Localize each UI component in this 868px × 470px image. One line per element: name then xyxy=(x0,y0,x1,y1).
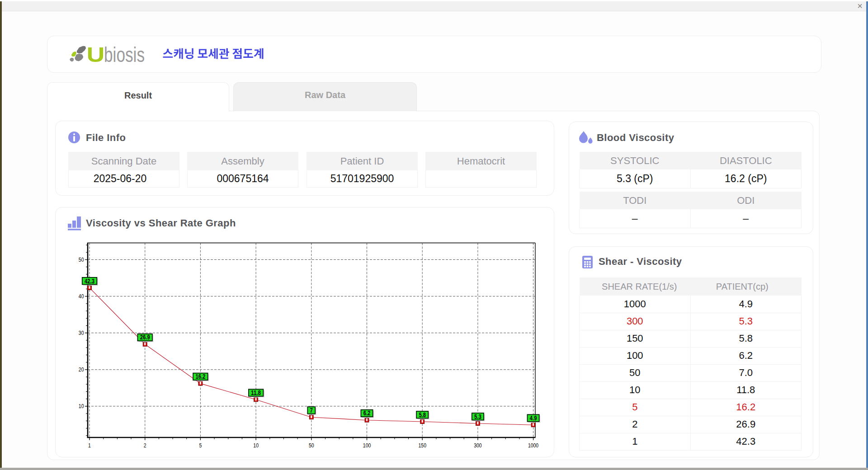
svg-text:20: 20 xyxy=(79,367,84,373)
svg-text:40: 40 xyxy=(79,293,84,300)
svg-text:16.2: 16.2 xyxy=(195,373,205,380)
svg-text:150: 150 xyxy=(419,442,427,449)
svg-text:50: 50 xyxy=(79,257,84,263)
svg-text:11.8: 11.8 xyxy=(251,389,261,396)
svg-text:5.3: 5.3 xyxy=(474,413,481,420)
svg-text:2: 2 xyxy=(144,442,146,449)
svg-text:300: 300 xyxy=(474,442,482,449)
svg-text:5.8: 5.8 xyxy=(419,411,426,418)
svg-text:7: 7 xyxy=(310,407,313,414)
svg-text:26.9: 26.9 xyxy=(140,334,150,341)
svg-text:30: 30 xyxy=(79,330,84,336)
svg-text:5: 5 xyxy=(199,442,202,449)
svg-text:42.3: 42.3 xyxy=(85,277,94,285)
svg-text:100: 100 xyxy=(363,442,371,449)
svg-text:1: 1 xyxy=(88,442,91,449)
svg-text:10: 10 xyxy=(79,403,84,409)
svg-text:4.9: 4.9 xyxy=(530,414,537,422)
svg-text:6.2: 6.2 xyxy=(363,409,371,417)
svg-text:50: 50 xyxy=(309,442,314,449)
svg-text:1000: 1000 xyxy=(528,442,538,449)
svg-text:10: 10 xyxy=(253,442,259,449)
